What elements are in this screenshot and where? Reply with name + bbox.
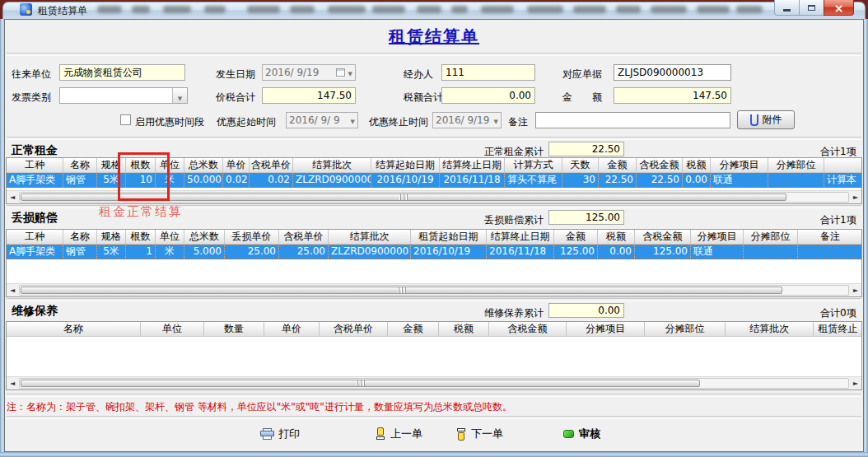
attachment-button[interactable]: 附件 bbox=[737, 110, 795, 129]
column-header[interactable]: 数量 bbox=[204, 322, 264, 336]
column-header[interactable]: 结算终止日期 bbox=[440, 158, 505, 172]
column-header[interactable]: 名称 bbox=[63, 230, 97, 244]
scroll-left-icon[interactable] bbox=[7, 377, 18, 389]
maximize-button[interactable] bbox=[799, 0, 824, 16]
grid-cell[interactable]: 联通 bbox=[711, 174, 768, 187]
column-header[interactable]: 根数 bbox=[126, 230, 156, 244]
column-header[interactable]: 含税金额 bbox=[635, 230, 691, 244]
column-header[interactable]: 总米数 bbox=[184, 230, 225, 244]
column-header[interactable]: 租赁终止 bbox=[814, 322, 862, 336]
column-header[interactable]: 分摊项目 bbox=[711, 158, 768, 172]
grid-cell[interactable]: 22.50 bbox=[637, 174, 683, 187]
column-header[interactable]: 分摊部位 bbox=[744, 230, 798, 244]
scrollbar-track[interactable] bbox=[19, 378, 849, 389]
grid-cell[interactable]: 5米 bbox=[97, 245, 126, 259]
grid-cell[interactable]: 25.00 bbox=[225, 245, 279, 259]
horizontal-scrollbar[interactable] bbox=[7, 283, 861, 296]
supplier-input[interactable]: 元成物资租赁公司 bbox=[59, 64, 185, 81]
scroll-left-icon[interactable] bbox=[7, 191, 18, 203]
minimize-button[interactable] bbox=[774, 0, 800, 16]
column-header[interactable]: 金额 bbox=[554, 230, 598, 244]
scroll-right-icon[interactable] bbox=[850, 377, 861, 389]
column-header[interactable]: 含税金额 bbox=[637, 158, 683, 172]
column-header[interactable]: 工种 bbox=[7, 230, 63, 244]
scroll-right-icon[interactable] bbox=[850, 191, 861, 203]
grid-cell[interactable]: 25.00 bbox=[279, 245, 329, 259]
grid-cell[interactable]: 2016/10/19 bbox=[411, 245, 487, 259]
column-header[interactable]: 含税单价 bbox=[279, 230, 329, 244]
column-header[interactable]: 丢损单价 bbox=[225, 230, 279, 244]
scroll-right-icon[interactable] bbox=[850, 284, 861, 296]
column-header[interactable]: 含税金额 bbox=[489, 322, 567, 336]
column-header[interactable]: 含税单价 bbox=[250, 158, 293, 172]
normal-rent-total-field[interactable]: 22.50 bbox=[548, 142, 624, 156]
grid-cell[interactable]: 0.00 bbox=[683, 174, 711, 187]
column-header[interactable]: 备注 bbox=[798, 230, 862, 244]
column-header[interactable]: 税额 bbox=[683, 158, 711, 172]
grid-cell[interactable]: 0.02 bbox=[223, 174, 250, 187]
grid-cell[interactable]: 钢管 bbox=[63, 245, 97, 259]
next-doc-button[interactable]: 下一单 bbox=[456, 425, 503, 443]
amount-input[interactable]: 147.50 bbox=[614, 87, 731, 104]
remark-input[interactable] bbox=[535, 112, 730, 128]
column-header[interactable]: 结算起始日期 bbox=[371, 158, 440, 172]
column-header[interactable]: 单位 bbox=[156, 230, 184, 244]
column-header[interactable]: 结算批次 bbox=[293, 158, 371, 172]
print-button[interactable]: 打印 bbox=[260, 425, 300, 443]
invoice-type-select[interactable] bbox=[59, 87, 188, 104]
column-header[interactable]: 单位 bbox=[141, 322, 204, 336]
discount-start-picker[interactable]: 2016/ 9/ 9 bbox=[286, 112, 358, 128]
column-header[interactable]: 规格 bbox=[97, 230, 126, 244]
grid-cell[interactable]: 联通 bbox=[691, 245, 744, 259]
column-header[interactable]: 含税单价 bbox=[320, 322, 388, 336]
scrollbar-track[interactable] bbox=[19, 285, 849, 296]
grid-cell[interactable]: 钢管 bbox=[63, 174, 97, 187]
column-header[interactable]: 金额 bbox=[599, 158, 637, 172]
combo-arrow-button[interactable] bbox=[172, 88, 187, 103]
grid-cell[interactable] bbox=[798, 245, 862, 259]
calendar-icon[interactable] bbox=[336, 68, 345, 77]
grid-cell[interactable] bbox=[768, 174, 824, 187]
occur-date-picker[interactable]: 2016/ 9/19 bbox=[262, 64, 356, 81]
grid-cell[interactable]: 计算本 bbox=[824, 174, 862, 187]
grid-cell[interactable]: 22.50 bbox=[599, 174, 637, 187]
discount-end-picker[interactable]: 2016/ 9/19 bbox=[432, 112, 502, 128]
column-header[interactable]: 工种 bbox=[7, 158, 63, 172]
grid-cell[interactable]: 0.00 bbox=[598, 245, 635, 259]
column-header[interactable]: 分摊项目 bbox=[567, 322, 645, 336]
discount-enable-checkbox[interactable] bbox=[120, 114, 131, 125]
grid-data-row[interactable]: A脚手架类钢管5米1米5.00025.0025.00ZLZRD090000019… bbox=[7, 245, 861, 259]
column-header[interactable]: 分摊项目 bbox=[691, 230, 744, 244]
column-header[interactable]: 名称 bbox=[7, 322, 141, 336]
chevron-down-icon[interactable] bbox=[348, 67, 352, 78]
column-header[interactable]: 税额 bbox=[598, 230, 635, 244]
grid-cell[interactable]: 2016/10/19 bbox=[371, 174, 440, 187]
grid-cell[interactable]: 2016/11/18 bbox=[487, 245, 554, 259]
column-header[interactable] bbox=[824, 158, 862, 172]
grid-cell[interactable]: 50.000 bbox=[184, 174, 223, 187]
grid-cell[interactable]: A脚手架类 bbox=[7, 174, 63, 187]
grid-cell[interactable]: 125.00 bbox=[554, 245, 598, 259]
column-header[interactable]: 分摊部位 bbox=[768, 158, 824, 172]
grid-cell[interactable]: A脚手架类 bbox=[7, 245, 63, 259]
column-header[interactable]: 计算方式 bbox=[505, 158, 562, 172]
column-header[interactable]: 总米数 bbox=[184, 158, 223, 172]
ref-doc-input[interactable]: ZLJSD090000013 bbox=[614, 64, 731, 81]
grid-cell[interactable]: 30 bbox=[562, 174, 599, 187]
column-header[interactable]: 金额 bbox=[388, 322, 439, 336]
column-header[interactable]: 租赁起始日期 bbox=[411, 230, 487, 244]
column-header[interactable]: 分摊部位 bbox=[645, 322, 726, 336]
grid-cell[interactable]: 2016/11/18 bbox=[440, 174, 505, 187]
column-header[interactable]: 结算终止日期 bbox=[487, 230, 554, 244]
close-button[interactable] bbox=[824, 0, 854, 16]
column-header[interactable]: 结算批次 bbox=[329, 230, 411, 244]
loss-total-field[interactable]: 125.00 bbox=[548, 210, 624, 225]
grid-cell[interactable]: ZLZRD090000019 bbox=[329, 245, 411, 259]
column-header[interactable]: 名称 bbox=[63, 158, 97, 172]
column-header[interactable]: 单价 bbox=[223, 158, 250, 172]
previous-doc-button[interactable]: 上一单 bbox=[376, 425, 422, 443]
grid-cell[interactable]: 1 bbox=[126, 245, 156, 259]
grid-cell[interactable] bbox=[744, 245, 798, 259]
grid-cell[interactable]: 算头不算尾 bbox=[505, 174, 562, 187]
audit-button[interactable]: 审核 bbox=[563, 425, 600, 443]
